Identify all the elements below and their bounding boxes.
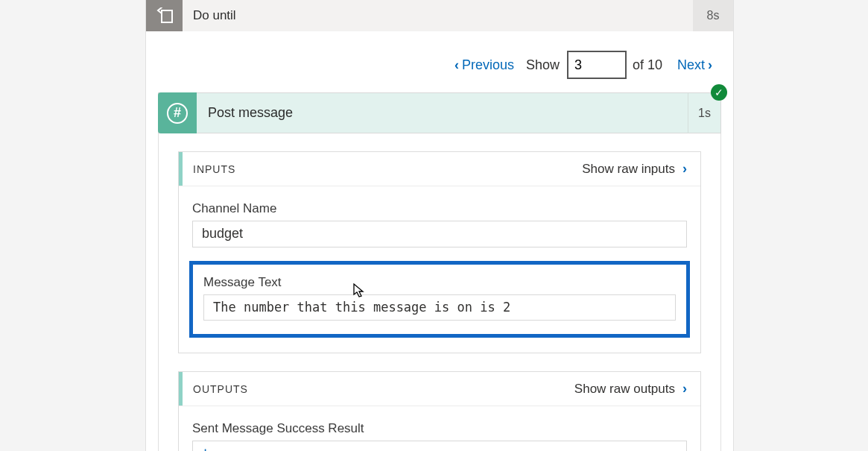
inputs-header: INPUTS Show raw inputs › [179,152,700,186]
message-text-label: Message Text [203,275,676,290]
pager-show-label: Show [526,57,560,73]
post-message-header[interactable]: # Post message 1s [158,92,721,133]
outputs-header: OUTPUTS Show raw outputs › [179,372,700,406]
flow-run-container: Do until 8s ‹ Previous Show of 10 Next ›… [145,0,734,451]
success-check-icon: ✓ [711,84,727,101]
show-raw-outputs-label: Show raw outputs [574,382,675,397]
outputs-title: OUTPUTS [183,383,248,395]
chevron-left-icon: ‹ [454,58,459,72]
previous-link[interactable]: ‹ Previous [454,57,514,73]
chevron-right-icon: › [708,58,712,72]
previous-label: Previous [462,57,514,73]
do-until-title: Do until [183,8,693,23]
action-title: Post message [197,105,688,121]
do-until-header[interactable]: Do until 8s [146,0,733,31]
success-result-field: Sent Message Success Result true [192,421,687,451]
outputs-body: Sent Message Success Result true [179,406,700,451]
next-link[interactable]: Next › [677,57,712,73]
inputs-body: Channel Name budget Message Text The num… [179,186,700,353]
do-until-icon [146,0,183,31]
show-raw-inputs-label: Show raw inputs [582,162,675,177]
outputs-section: OUTPUTS Show raw outputs › Sent Message … [178,371,701,451]
inputs-section: INPUTS Show raw inputs › Channel Name bu… [178,151,701,353]
chevron-right-icon: › [682,161,687,177]
channel-name-value: budget [192,221,687,247]
pager: ‹ Previous Show of 10 Next › [146,31,733,92]
svg-rect-0 [162,10,172,22]
channel-name-field: Channel Name budget [192,201,687,247]
message-text-value: The number that this message is on is 2 [203,294,676,321]
show-raw-inputs-link[interactable]: Show raw inputs › [582,161,687,177]
channel-name-label: Channel Name [192,201,687,216]
do-until-duration: 8s [693,0,733,31]
show-raw-outputs-link[interactable]: Show raw outputs › [574,381,687,397]
chevron-right-icon: › [682,381,687,397]
pager-index-input[interactable] [567,51,627,79]
hash-channel-icon: # [158,92,197,133]
post-message-action: ✓ # Post message 1s INPUTS Show raw inpu… [158,92,721,451]
pager-of-label: of 10 [633,57,662,73]
next-label: Next [677,57,705,73]
success-result-value: true [192,441,687,451]
action-body: INPUTS Show raw inputs › Channel Name bu… [158,133,721,451]
inputs-title: INPUTS [183,163,235,175]
message-text-highlight: Message Text The number that this messag… [189,261,690,338]
success-result-label: Sent Message Success Result [192,421,687,436]
